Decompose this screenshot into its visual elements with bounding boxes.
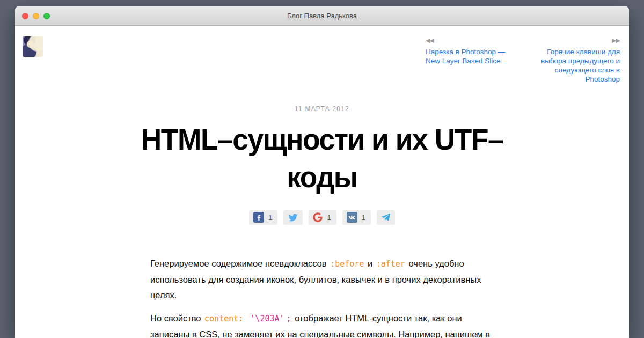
browser-window: Блог Павла Радькова ◀◀ Нарезка в Photosh…	[15, 6, 629, 338]
window-titlebar[interactable]: Блог Павла Радькова	[15, 6, 629, 26]
share-googleplus-button[interactable]: 1	[309, 210, 336, 225]
paragraph: Но свойство content: '\203A'; отображает…	[150, 311, 494, 338]
window-title: Блог Павла Радькова	[287, 12, 357, 20]
code-segment: '\203A'	[245, 314, 284, 324]
window-controls	[22, 6, 50, 25]
page-header: ◀◀ Нарезка в Photoshop — New Layer Based…	[15, 26, 629, 84]
code-segment: ;	[287, 314, 291, 324]
close-window-button[interactable]	[22, 13, 28, 19]
code-segment: :after	[376, 259, 405, 269]
prev-post-icon: ◀◀	[426, 36, 507, 44]
share-telegram-button[interactable]	[377, 210, 395, 225]
text-segment: Генерируемое содержимое псевдоклассов	[150, 259, 329, 268]
minimize-window-button[interactable]	[33, 13, 39, 19]
text-segment: Но свойство	[150, 313, 203, 323]
post-title: HTML–сущности и их UTF–коды	[124, 121, 519, 196]
text-segment: и	[365, 259, 375, 268]
prev-post-link[interactable]: Нарезка в Photoshop — New Layer Based Sl…	[426, 47, 507, 65]
code-segment: :before	[330, 259, 364, 269]
next-post-block: ▶▶ Горячие клавиши для выбора предыдущег…	[538, 36, 620, 84]
share-count: 1	[362, 214, 367, 222]
share-buttons: 1 1 1	[145, 210, 499, 225]
zoom-window-button[interactable]	[43, 13, 50, 19]
blog-post: 11 МАРТА 2012 HTML–сущности и их UTF–код…	[145, 105, 499, 338]
share-count: 1	[327, 214, 332, 222]
google-icon	[313, 212, 323, 222]
share-count: 1	[268, 214, 273, 222]
vk-icon	[347, 212, 357, 223]
telegram-icon	[381, 212, 391, 222]
post-body: Генерируемое содержимое псевдоклассов :b…	[150, 256, 494, 338]
avatar[interactable]	[23, 36, 43, 57]
next-post-link[interactable]: Горячие клавиши для выбора предыдущего и…	[538, 47, 620, 84]
facebook-icon	[253, 212, 264, 223]
share-twitter-button[interactable]	[283, 210, 303, 225]
share-facebook-button[interactable]: 1	[249, 210, 277, 225]
twitter-icon	[288, 213, 298, 222]
share-vk-button[interactable]: 1	[342, 210, 371, 225]
next-post-icon: ▶▶	[538, 36, 620, 44]
code-segment: content:	[204, 314, 243, 324]
page-content: ◀◀ Нарезка в Photoshop — New Layer Based…	[15, 26, 629, 338]
post-date: 11 МАРТА 2012	[145, 105, 499, 113]
prev-post-block: ◀◀ Нарезка в Photoshop — New Layer Based…	[426, 36, 507, 84]
paragraph: Генерируемое содержимое псевдоклассов :b…	[150, 256, 494, 303]
post-navigation: ◀◀ Нарезка в Photoshop — New Layer Based…	[426, 36, 620, 84]
